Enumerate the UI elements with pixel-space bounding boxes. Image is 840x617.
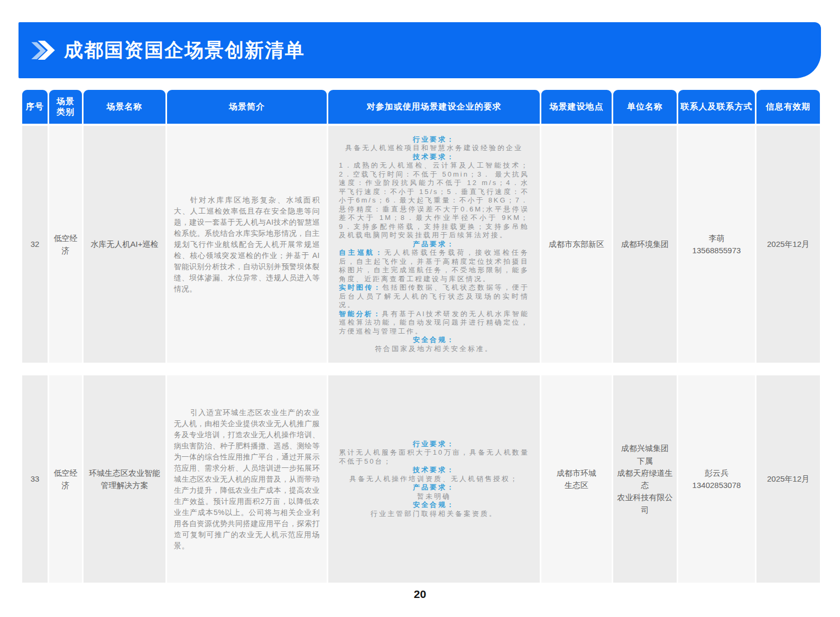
page-title: 成都国资国企场景创新清单	[64, 38, 305, 63]
col-header-name: 场景名称	[84, 90, 165, 124]
cell-contact: 彭云兵 13402853078	[678, 375, 755, 583]
requirement-label: 实时图传：	[339, 283, 382, 291]
cell-category: 低空经济	[49, 126, 82, 363]
cell-location: 成都市环城 生态区	[541, 375, 612, 583]
requirement-text: 符合国家及地方相关安全标准。	[375, 345, 493, 353]
requirement-text: 具备无人机操作培训资质、无人机销售授权；	[349, 475, 519, 483]
requirement-line: 实时图传：包括图传数据、飞机状态数据等，便于后台人员了解无人机的飞行状态及现场的…	[339, 283, 529, 310]
requirement-line: 安全合规：	[413, 501, 455, 510]
col-header-organization: 单位名称	[613, 90, 677, 124]
requirement-line: 安全合规：	[413, 336, 455, 345]
col-header-seq: 序号	[22, 90, 48, 124]
requirement-line: 产品要求：	[413, 240, 455, 249]
cell-intro: 引入适宜环城生态区农业生产的农业无人机，由相关企业提供农业无人机推广服务及专业培…	[167, 375, 327, 583]
requirement-label: 安全合规：	[413, 336, 455, 344]
col-header-intro: 场景简介	[167, 90, 327, 124]
requirement-text: 暂未明确	[417, 492, 451, 500]
requirement-label: 行业要求：	[413, 440, 455, 448]
requirement-line: 行业主管部门取得相关备案资质。	[371, 510, 497, 519]
scene-table: 序号 场景 类别 场景名称 场景简介 对参加或使用场景建设企业的要求 场景建设地…	[22, 90, 820, 583]
requirement-label: 行业要求：	[413, 135, 455, 143]
requirement-text: 1．成熟的无人机巡检、云计算及人工智能技术；2．空载飞行时间：不低于 50min…	[339, 161, 529, 239]
requirement-label: 技术要求：	[413, 153, 455, 161]
cell-organization: 成都兴城集团 下属 成都天府绿道生态 农业科技有限公司	[613, 375, 677, 583]
requirement-line: 产品要求：	[413, 483, 455, 492]
requirement-label: 技术要求：	[413, 466, 455, 474]
cell-location: 成都市东部新区	[541, 126, 612, 363]
cell-seq: 32	[22, 126, 48, 363]
col-header-category: 场景 类别	[49, 90, 82, 124]
cell-contact: 李萌 13568855973	[678, 126, 755, 363]
requirement-text: 累计无人机服务面积大于10万亩，具备无人机数量不低于50台；	[339, 448, 529, 465]
requirement-label: 自主巡航：	[339, 248, 384, 256]
table-row: 33 低空经济 环城生态区农业智能管理解决方案 引入适宜环城生态区农业生产的农业…	[22, 375, 820, 583]
col-header-location: 场景建设地点	[541, 90, 612, 124]
cell-scene-name: 水库无人机AI+巡检	[84, 126, 165, 363]
cell-scene-name: 环城生态区农业智能管理解决方案	[84, 375, 165, 583]
requirement-label: 安全合规：	[413, 501, 455, 509]
requirement-line: 智能分析：具有基于AI技术研发的无人机水库智能巡检算法功能，能自动发现问题并进行…	[339, 310, 529, 336]
requirement-label: 智能分析：	[339, 310, 382, 318]
page-number: 20	[0, 588, 840, 601]
cell-intro: 针对水库库区地形复杂、水域面积大、人工巡检效率低且存在安全隐患等问题，建设一套基…	[167, 126, 327, 363]
col-header-requirements: 对参加或使用场景建设企业的要求	[328, 90, 540, 124]
requirement-text: 行业主管部门取得相关备案资质。	[371, 510, 497, 518]
intro-text: 针对水库库区地形复杂、水域面积大、人工巡检效率低且存在安全隐患等问题，建设一套基…	[174, 195, 320, 294]
chevron-right-icon	[31, 40, 56, 60]
cell-requirements: 行业要求：具备无人机巡检项目和智慧水务建设经验的企业技术要求：1．成熟的无人机巡…	[328, 126, 540, 363]
requirement-line: 技术要求：	[413, 153, 455, 162]
table-header-row: 序号 场景 类别 场景名称 场景简介 对参加或使用场景建设企业的要求 场景建设地…	[22, 90, 820, 124]
requirement-line: 具备无人机巡检项目和智慧水务建设经验的企业	[345, 144, 523, 153]
cell-organization: 成都环境集团	[613, 126, 677, 363]
requirement-line: 1．成熟的无人机巡检、云计算及人工智能技术；2．空载飞行时间：不低于 50min…	[339, 161, 529, 240]
col-header-contact: 联系人及联系方式	[678, 90, 755, 124]
col-header-validity: 信息有效期	[756, 90, 820, 124]
requirement-line: 符合国家及地方相关安全标准。	[375, 345, 493, 354]
requirement-label: 产品要求：	[413, 483, 455, 491]
table-row: 32 低空经济 水库无人机AI+巡检 针对水库库区地形复杂、水域面积大、人工巡检…	[22, 126, 820, 363]
requirement-line: 累计无人机服务面积大于10万亩，具备无人机数量不低于50台；	[339, 448, 529, 466]
intro-text: 引入适宜环城生态区农业生产的农业无人机，由相关企业提供农业无人机推广服务及专业培…	[174, 407, 320, 551]
requirement-line: 暂未明确	[417, 492, 451, 501]
requirement-line: 行业要求：	[413, 440, 455, 449]
requirement-line: 自主巡航：无人机搭载任务载荷，接收巡检任务后，自主起飞作业，并基于高精度定位技术…	[339, 248, 529, 283]
requirement-label: 产品要求：	[413, 240, 455, 248]
cell-seq: 33	[22, 375, 48, 583]
title-banner: 成都国资国企场景创新清单	[19, 22, 821, 78]
requirement-line: 行业要求：	[413, 135, 455, 144]
cell-validity: 2025年12月	[756, 375, 820, 583]
requirement-text: 具备无人机巡检项目和智慧水务建设经验的企业	[345, 144, 523, 152]
requirement-line: 具备无人机操作培训资质、无人机销售授权；	[349, 475, 519, 484]
cell-validity: 2025年12月	[756, 126, 820, 363]
requirement-line: 技术要求：	[413, 466, 455, 475]
cell-category: 低空经济	[49, 375, 82, 583]
cell-requirements: 行业要求：累计无人机服务面积大于10万亩，具备无人机数量不低于50台；技术要求：…	[328, 375, 540, 583]
